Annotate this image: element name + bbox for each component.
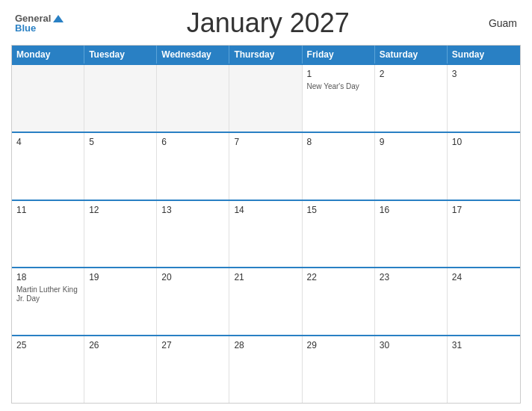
header-day-monday: Monday [12,46,84,64]
day-number: 4 [16,137,79,147]
cal-cell: 3 [448,65,520,132]
day-number: 12 [89,205,152,215]
day-number: 20 [161,272,224,282]
day-number: 21 [234,272,297,282]
cal-cell [157,65,229,132]
page: General Blue January 2027 Guam MondayTue… [0,0,532,411]
cal-cell [84,65,157,132]
cal-cell: 13 [157,201,229,268]
day-number: 5 [89,137,152,147]
header-day-saturday: Saturday [375,46,448,64]
day-number: 2 [380,69,442,79]
cal-cell: 18Martin Luther King Jr. Day [12,268,84,335]
day-number: 27 [161,340,224,350]
calendar: MondayTuesdayWednesdayThursdayFridaySatu… [11,45,521,404]
logo-blue-text: Blue [15,23,36,33]
cal-cell: 23 [375,268,448,335]
cal-cell: 4 [12,133,84,200]
day-number: 25 [16,340,79,350]
day-number: 8 [307,137,370,147]
logo-blue-row: Blue [15,23,64,33]
header-day-thursday: Thursday [229,46,302,64]
logo-triangle-icon [53,15,64,22]
cal-cell: 25 [12,336,84,403]
cal-cell: 16 [375,201,448,268]
day-number: 19 [89,272,152,282]
holiday-label: New Year's Day [307,82,370,91]
day-number: 24 [452,272,516,282]
day-number: 17 [452,205,516,215]
day-number: 18 [16,272,79,282]
cal-cell: 20 [157,268,229,335]
cal-cell: 11 [12,201,84,268]
holiday-label: Martin Luther King Jr. Day [16,285,79,303]
day-number: 10 [452,137,516,147]
day-number: 26 [89,340,152,350]
cal-cell: 5 [84,133,157,200]
cal-cell: 2 [375,65,448,132]
cal-cell: 28 [229,336,302,403]
day-number: 9 [380,137,442,147]
cal-cell: 27 [157,336,229,403]
cal-cell [12,65,84,132]
day-number: 16 [380,205,442,215]
cal-cell: 10 [448,133,520,200]
day-number: 22 [307,272,370,282]
logo: General Blue [15,13,64,33]
day-number: 23 [380,272,442,282]
day-number: 29 [307,340,370,350]
cal-cell: 12 [84,201,157,268]
header-day-tuesday: Tuesday [84,46,157,64]
week-row-5: 25262728293031 [12,335,520,403]
day-number: 28 [234,340,297,350]
cal-cell: 17 [448,201,520,268]
header-day-sunday: Sunday [448,46,520,64]
day-number: 3 [452,69,516,79]
calendar-header: MondayTuesdayWednesdayThursdayFridaySatu… [12,46,520,64]
cal-cell: 22 [303,268,375,335]
week-row-3: 11121314151617 [12,200,520,268]
cal-cell: 31 [448,336,520,403]
cal-cell [229,65,302,132]
header-day-friday: Friday [303,46,375,64]
region-label: Guam [472,17,517,29]
week-row-4: 18Martin Luther King Jr. Day192021222324 [12,267,520,335]
cal-cell: 24 [448,268,520,335]
day-number: 7 [234,137,297,147]
day-number: 1 [307,69,370,79]
cal-cell: 6 [157,133,229,200]
cal-cell: 7 [229,133,302,200]
day-number: 31 [452,340,516,350]
cal-cell: 21 [229,268,302,335]
cal-cell: 15 [303,201,375,268]
calendar-body: 1New Year's Day2345678910111213141516171… [12,64,520,403]
day-number: 14 [234,205,297,215]
day-number: 30 [380,340,442,350]
cal-cell: 9 [375,133,448,200]
day-number: 6 [161,137,224,147]
cal-cell: 19 [84,268,157,335]
cal-cell: 8 [303,133,375,200]
day-number: 13 [161,205,224,215]
day-number: 11 [16,205,79,215]
header-day-wednesday: Wednesday [157,46,229,64]
cal-cell: 26 [84,336,157,403]
week-row-2: 45678910 [12,132,520,200]
day-number: 15 [307,205,370,215]
cal-cell: 29 [303,336,375,403]
header: General Blue January 2027 Guam [11,7,521,39]
cal-cell: 1New Year's Day [303,65,375,132]
cal-cell: 30 [375,336,448,403]
week-row-1: 1New Year's Day23 [12,64,520,132]
calendar-title: January 2027 [64,7,472,39]
cal-cell: 14 [229,201,302,268]
